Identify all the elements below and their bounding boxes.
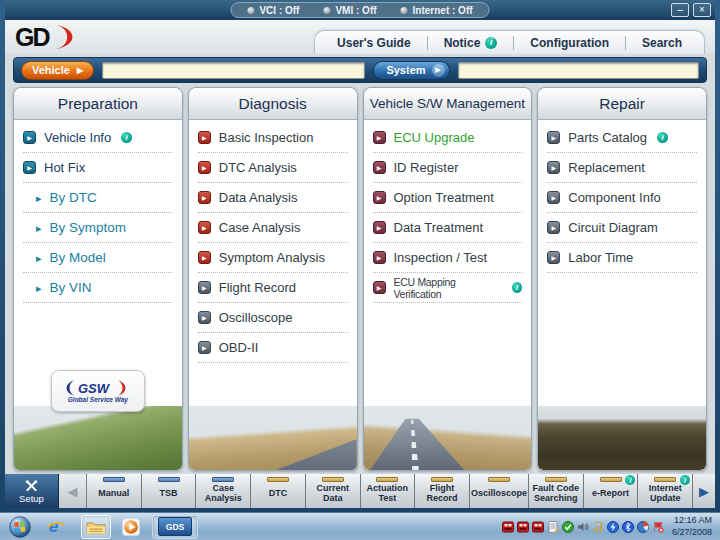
- menu-item-component-info[interactable]: Component Info: [547, 183, 697, 213]
- vci-status: VCI : Off: [247, 5, 299, 16]
- menu-item-option-treatment[interactable]: Option Treatment: [373, 183, 523, 213]
- vmi-tray-icon[interactable]: [517, 521, 529, 533]
- close-button[interactable]: ×: [693, 3, 711, 17]
- internet-explorer-button[interactable]: e: [41, 515, 71, 539]
- toolbar-button-oscilloscope[interactable]: Oscilloscope: [470, 474, 529, 508]
- column-vehicle-sw-management-title: Vehicle S/W Management: [364, 88, 532, 120]
- shield-check-tray-icon[interactable]: [562, 521, 574, 533]
- arrow-square-icon: [373, 191, 386, 204]
- gds-app-icon: GDS: [158, 517, 192, 536]
- main-menu-columns: Preparation Vehicle Info i Hot Fix By DT…: [13, 87, 707, 471]
- menu-item-by-dtc[interactable]: By DTC: [23, 183, 173, 213]
- internet-status-dot-icon: [401, 7, 408, 14]
- toolbar-button-current-data[interactable]: Current Data: [306, 474, 361, 508]
- menu-item-flight-record[interactable]: Flight Record: [198, 273, 348, 303]
- toolbar-button-e-report[interactable]: i e-Report: [584, 474, 639, 508]
- menu-item-label: Vehicle Info: [44, 130, 111, 145]
- menu-search-label: Search: [642, 36, 682, 50]
- vmi-status-label: VMI : Off: [335, 5, 376, 16]
- toolbar-scroll-left-button[interactable]: ◀: [59, 474, 87, 508]
- ie-icon: e: [46, 517, 66, 537]
- menu-item-symptom-analysis[interactable]: Symptom Analysis: [198, 243, 348, 273]
- menu-item-basic-inspection[interactable]: Basic Inspection: [198, 123, 348, 153]
- volume-tray-icon[interactable]: [577, 521, 589, 533]
- menu-item-label: Symptom Analysis: [219, 250, 325, 265]
- toolbar-scroll-right-button[interactable]: ▶: [693, 474, 715, 508]
- menu-item-inspection-test[interactable]: Inspection / Test: [373, 243, 523, 273]
- menu-item-label: Basic Inspection: [219, 130, 314, 145]
- arrow-square-icon: [198, 311, 211, 324]
- system-input[interactable]: [458, 62, 699, 79]
- menu-item-dtc-analysis[interactable]: DTC Analysis: [198, 153, 348, 183]
- menu-item-obd-ii[interactable]: OBD-II: [198, 333, 348, 363]
- menu-item-label: Labor Time: [568, 250, 633, 265]
- menu-notice[interactable]: Notice i: [428, 36, 515, 50]
- toolbar-button-case-analysis[interactable]: Case Analysis: [196, 474, 251, 508]
- arrow-square-icon: [373, 281, 386, 294]
- info-icon: i: [657, 132, 668, 143]
- menu-item-case-analysis[interactable]: Case Analysis: [198, 213, 348, 243]
- menu-item-ecu-upgrade[interactable]: ECU Upgrade: [373, 123, 523, 153]
- toolbar-button-label: Fault Code Searching: [530, 484, 582, 504]
- menu-item-label: Oscilloscope: [219, 310, 293, 325]
- menu-item-hot-fix[interactable]: Hot Fix: [23, 153, 173, 183]
- menu-item-label: Data Treatment: [394, 220, 484, 235]
- media-player-icon: [121, 517, 141, 537]
- vehicle-button-label: Vehicle: [32, 64, 70, 76]
- menu-users-guide[interactable]: User's Guide: [321, 36, 428, 50]
- system-button[interactable]: System ▶: [373, 61, 449, 80]
- menu-search[interactable]: Search: [626, 36, 698, 50]
- toolbar-button-fault-code-searching[interactable]: Fault Code Searching: [529, 474, 584, 508]
- vehicle-button[interactable]: Vehicle ▶: [21, 61, 94, 80]
- menu-item-vehicle-info[interactable]: Vehicle Info i: [23, 123, 173, 153]
- network-signal-tray-icon[interactable]: [592, 521, 604, 533]
- menu-item-label: Option Treatment: [394, 190, 494, 205]
- menu-item-by-vin[interactable]: By VIN: [23, 273, 173, 303]
- menu-item-labor-time[interactable]: Labor Time: [547, 243, 697, 273]
- menu-item-data-analysis[interactable]: Data Analysis: [198, 183, 348, 213]
- module-tray-icon[interactable]: [532, 521, 544, 533]
- toolbar-button-manual[interactable]: Manual: [87, 474, 142, 508]
- menu-item-oscilloscope[interactable]: Oscilloscope: [198, 303, 348, 333]
- vehicle-input[interactable]: [102, 62, 365, 79]
- action-center-flag-tray-icon[interactable]: [652, 521, 664, 533]
- vci-tray-icon[interactable]: [502, 521, 514, 533]
- taskbar-clock[interactable]: 12:16 AM 6/27/2008: [672, 515, 712, 538]
- menu-item-label: DTC Analysis: [219, 160, 297, 175]
- menu-item-label: ID Register: [394, 160, 459, 175]
- menu-item-circuit-diagram[interactable]: Circuit Diagram: [547, 213, 697, 243]
- road-graphic: [364, 406, 532, 470]
- file-explorer-button[interactable]: [81, 515, 111, 539]
- menu-item-by-symptom[interactable]: By Symptom: [23, 213, 173, 243]
- menu-item-by-model[interactable]: By Model: [23, 243, 173, 273]
- toolbar-button-dtc[interactable]: DTC: [251, 474, 306, 508]
- power-bolt-tray-icon[interactable]: [607, 521, 619, 533]
- gds-taskbar-button[interactable]: GDS: [152, 515, 198, 539]
- menu-item-data-treatment[interactable]: Data Treatment: [373, 213, 523, 243]
- arrow-square-icon: [198, 341, 211, 354]
- pie-chart-tray-icon[interactable]: [637, 521, 649, 533]
- minimize-button[interactable]: –: [671, 3, 689, 17]
- svg-text:GSW: GSW: [78, 381, 111, 396]
- menu-notice-label: Notice: [444, 36, 481, 50]
- menu-item-id-register[interactable]: ID Register: [373, 153, 523, 183]
- notes-tray-icon[interactable]: [547, 521, 559, 533]
- media-player-button[interactable]: [121, 515, 141, 539]
- menu-item-ecu-mapping-verification[interactable]: ECU Mapping Verification i: [373, 273, 523, 303]
- folder-icon: [86, 519, 106, 535]
- setup-button[interactable]: Setup: [5, 474, 59, 508]
- toolbar-button-internet-update[interactable]: i Internet Update: [638, 474, 693, 508]
- menu-configuration[interactable]: Configuration: [514, 36, 626, 50]
- clock-date: 6/27/2008: [672, 527, 712, 538]
- toolbar-button-flight-record[interactable]: Flight Record: [415, 474, 470, 508]
- tab-indicator: [103, 477, 125, 482]
- menu-item-replacement[interactable]: Replacement: [547, 153, 697, 183]
- menu-item-parts-catalog[interactable]: Parts Catalog i: [547, 123, 697, 153]
- toolbar-button-tsb[interactable]: TSB: [142, 474, 197, 508]
- toolbar-button-label: DTC: [269, 489, 288, 499]
- start-button[interactable]: [9, 515, 31, 539]
- info-icon: i: [625, 475, 635, 485]
- toolbar-button-actuation-test[interactable]: Actuation Test: [361, 474, 416, 508]
- toolbar-button-label: e-Report: [592, 489, 629, 499]
- bluetooth-tray-icon[interactable]: [622, 521, 634, 533]
